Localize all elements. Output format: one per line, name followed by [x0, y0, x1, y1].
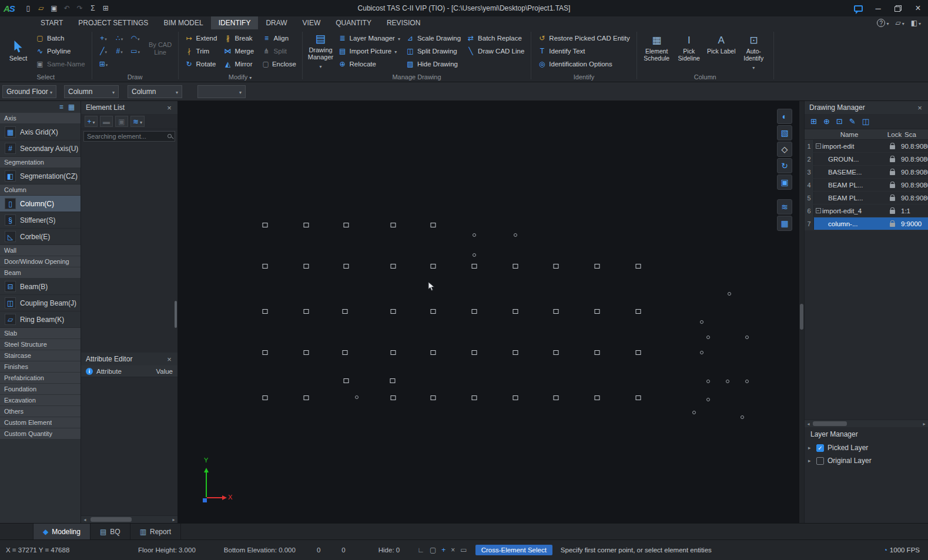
- by-cad-line-button[interactable]: By CAD Line: [146, 41, 175, 56]
- column-square[interactable]: [304, 264, 309, 269]
- category-item[interactable]: Custom Quantity: [0, 428, 81, 440]
- drawing-manager-tool[interactable]: ⊕: [823, 117, 830, 126]
- cad-circle[interactable]: [355, 395, 359, 399]
- ribbon-big-button[interactable]: IPick Sideline: [673, 32, 705, 71]
- window-button[interactable]: ─: [868, 0, 888, 16]
- category-item[interactable]: § Stiffener(S): [0, 212, 81, 229]
- column-square[interactable]: [472, 395, 477, 400]
- category-item[interactable]: Staircase: [0, 350, 81, 361]
- category-item[interactable]: Prefabrication: [0, 373, 81, 384]
- column-square[interactable]: [344, 378, 349, 383]
- window-button[interactable]: [888, 0, 908, 16]
- horizontal-scrollbar[interactable]: [805, 420, 928, 427]
- category-item[interactable]: Axis: [0, 113, 81, 124]
- menu-tab[interactable]: START: [33, 16, 71, 29]
- expand-arrow-icon[interactable]: [808, 445, 813, 451]
- scrollbar-thumb[interactable]: [800, 304, 803, 330]
- category-item[interactable]: Slab: [0, 328, 81, 339]
- cad-circle[interactable]: [700, 320, 703, 324]
- quick-tool-button[interactable]: Σ: [86, 2, 99, 14]
- cad-circle[interactable]: [473, 233, 476, 237]
- view-tool-button[interactable]: ◐: [777, 109, 792, 124]
- lock-icon[interactable]: [890, 197, 895, 201]
- cad-circle[interactable]: [745, 380, 749, 383]
- element-toolbar-button[interactable]: ≋: [130, 116, 145, 127]
- ribbon-big-button[interactable]: ⊡Auto-Identify: [738, 32, 770, 71]
- category-item[interactable]: Others: [0, 406, 81, 417]
- quick-tool-button[interactable]: ⊞: [99, 2, 112, 14]
- ribbon-button[interactable]: ◫Split Drawing: [403, 45, 464, 58]
- column-square[interactable]: [472, 309, 477, 314]
- column-square[interactable]: [554, 350, 559, 355]
- column-square[interactable]: [304, 223, 309, 227]
- element-toolbar-button[interactable]: +: [85, 116, 98, 127]
- column-square[interactable]: [263, 264, 268, 269]
- quick-tool-button[interactable]: ▱: [35, 2, 48, 14]
- category-item[interactable]: Finishes: [0, 361, 81, 373]
- menu-tab[interactable]: REVISION: [379, 16, 428, 29]
- window-button[interactable]: ×: [908, 0, 928, 16]
- column-square[interactable]: [344, 264, 349, 269]
- element-toolbar-button[interactable]: ▣: [115, 116, 128, 127]
- drawing-row[interactable]: 4 BEAM PL... 90.8:9080: [805, 179, 928, 192]
- ribbon-button[interactable]: ≣Layer Manager: [336, 32, 403, 45]
- cad-circle[interactable]: [706, 398, 710, 401]
- column-square[interactable]: [391, 264, 396, 269]
- column-square[interactable]: [431, 309, 436, 314]
- category-item[interactable]: Column: [0, 185, 81, 196]
- category-item[interactable]: ⊟ Beam(B): [0, 279, 81, 295]
- menu-tab[interactable]: VIEW: [295, 16, 329, 29]
- column-square[interactable]: [263, 350, 268, 355]
- ribbon-button[interactable]: ▣Same-Name: [33, 58, 88, 71]
- close-panel-icon[interactable]: [166, 356, 173, 363]
- column-square[interactable]: [390, 378, 396, 383]
- tree-collapse-icon[interactable]: [816, 208, 821, 213]
- column-square[interactable]: [344, 223, 349, 227]
- status-toggle-button[interactable]: +: [441, 546, 445, 554]
- column-square[interactable]: [513, 350, 518, 355]
- column-square[interactable]: [636, 350, 641, 355]
- drawing-manager-tool[interactable]: ✎: [849, 117, 856, 126]
- menu-tab[interactable]: IDENTIFY: [211, 16, 259, 29]
- lock-icon[interactable]: [890, 158, 895, 162]
- view-toggle-button[interactable]: ▦: [68, 103, 75, 111]
- ribbon-button[interactable]: ⊿Scale Drawing: [403, 32, 464, 45]
- layer-checkbox[interactable]: [816, 444, 824, 452]
- vertical-scrollbar[interactable]: [799, 101, 804, 523]
- workspace-tab[interactable]: ◆Modeling: [33, 524, 91, 539]
- drawing-manager-button[interactable]: Drawing Manager: [306, 32, 336, 71]
- floor-select[interactable]: Ground Floor: [2, 85, 56, 98]
- column-square[interactable]: [636, 395, 641, 400]
- quick-tool-button[interactable]: ↶: [61, 2, 73, 14]
- cad-circle[interactable]: [741, 415, 744, 419]
- menu-tab[interactable]: PROJECT SETTINGS: [71, 16, 156, 29]
- ribbon-big-button[interactable]: ▦Element Schedule: [641, 32, 673, 71]
- ribbon-big-button[interactable]: APick Label: [705, 32, 738, 71]
- column-square[interactable]: [391, 395, 396, 400]
- drawing-row[interactable]: 3 BASEME... 90.8:9080: [805, 166, 928, 179]
- select-button[interactable]: Select: [4, 32, 33, 71]
- column-square[interactable]: [304, 350, 309, 355]
- cad-circle[interactable]: [473, 253, 476, 257]
- ribbon-button[interactable]: ▢Batch: [33, 32, 88, 45]
- menu-tab[interactable]: BIM MODEL: [156, 16, 210, 29]
- drawing-row[interactable]: 7 column-... 9:9000: [805, 217, 928, 230]
- category-item[interactable]: Steel Structure: [0, 339, 81, 350]
- quick-tool-button[interactable]: ▯: [22, 2, 35, 14]
- draw-tool-button[interactable]: ▭: [128, 45, 143, 58]
- column-square[interactable]: [263, 223, 268, 227]
- scroll-right-icon[interactable]: [920, 420, 928, 427]
- column-square[interactable]: [636, 264, 641, 269]
- scroll-left-icon[interactable]: [805, 420, 812, 427]
- view-tool-button[interactable]: ≋: [777, 199, 792, 214]
- category-item[interactable]: Foundation: [0, 384, 81, 395]
- ribbon-button[interactable]: ▤Import Picture: [336, 45, 403, 58]
- ribbon-button[interactable]: ⊕Relocate: [336, 58, 403, 71]
- menubar-icon-button[interactable]: ?: [877, 19, 889, 27]
- category-item[interactable]: ◧ Segmentation(CZ): [0, 168, 81, 185]
- column-square[interactable]: [554, 309, 559, 314]
- cad-circle[interactable]: [692, 411, 696, 414]
- menubar-icon-button[interactable]: ◧: [911, 19, 921, 27]
- cross-element-select-button[interactable]: Cross-Element Select: [475, 545, 552, 555]
- category-item[interactable]: Wall: [0, 245, 81, 256]
